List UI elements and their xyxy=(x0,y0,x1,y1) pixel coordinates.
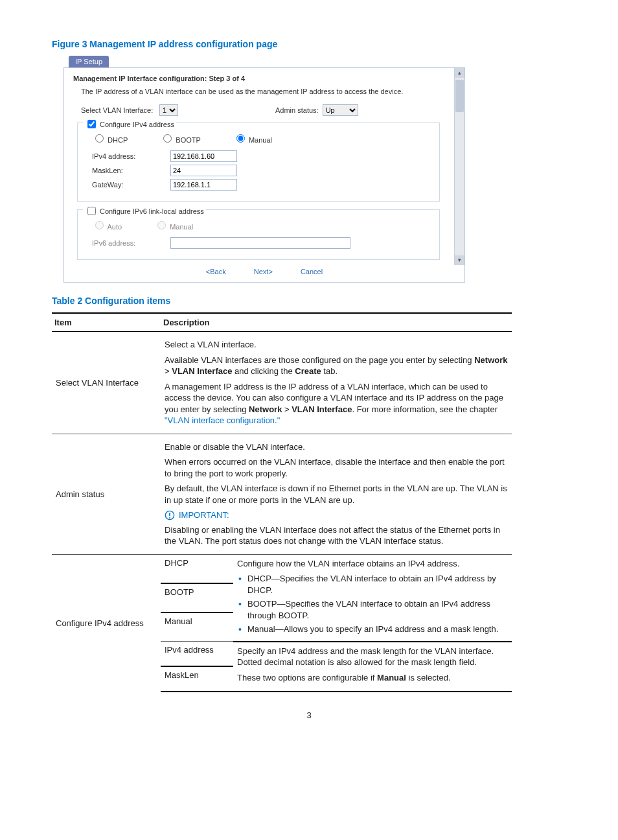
desc-select-vlan: Select a VLAN interface. Available VLAN … xyxy=(161,332,512,434)
cancel-button[interactable]: Cancel xyxy=(301,268,323,275)
ipv6-fieldset: Configure IPv6 link-local address Auto M… xyxy=(77,209,440,260)
select-vlan-interface[interactable]: 1 xyxy=(159,104,178,116)
ipv4-masklen-desc: Specify an IPv4 address and the mask len… xyxy=(233,642,512,692)
config-items-table: Item Description Select VLAN Interface S… xyxy=(52,312,512,692)
important-callout: IMPORTANT: xyxy=(165,510,508,520)
ipv6-manual-radio[interactable] xyxy=(157,221,166,229)
mode-manual: Manual xyxy=(161,612,233,642)
ipv4-enable-checkbox[interactable] xyxy=(87,120,96,128)
important-icon xyxy=(165,510,175,520)
desc-text: Select a VLAN interface. xyxy=(165,339,508,351)
ipv6-legend: Configure IPv6 link-local address xyxy=(100,207,204,215)
ipv4-fieldset: Configure IPv4 address DHCP BOOTP Manual… xyxy=(77,122,440,202)
mode-bootp: BOOTP xyxy=(161,583,233,613)
ipv6-auto-radio[interactable] xyxy=(95,221,104,229)
desc-text: By default, the VLAN interface is down i… xyxy=(165,483,508,506)
ipv6-address-input[interactable] xyxy=(170,237,350,249)
desc-text: When errors occurred on the VLAN interfa… xyxy=(165,456,508,479)
admin-status-label: Admin status: xyxy=(275,106,319,114)
desc-text: Configure how the VLAN interface obtains… xyxy=(237,558,508,570)
important-label: IMPORTANT: xyxy=(179,510,229,520)
svg-point-2 xyxy=(169,517,170,519)
mode-ipv4-address: IPv4 address xyxy=(161,642,233,666)
masklen-input[interactable] xyxy=(170,165,237,176)
ipv4-legend: Configure IPv4 address xyxy=(100,121,174,128)
list-item: BOOTP—Specifies the VLAN interface to ob… xyxy=(247,598,508,621)
ipv4-dhcp-radio[interactable] xyxy=(95,134,104,143)
ipv6-auto-label: Auto xyxy=(107,223,122,231)
list-item: Manual—Allows you to specify an IPv4 add… xyxy=(247,624,508,635)
vlan-config-link[interactable]: "VLAN interface configuration." xyxy=(165,415,280,425)
ipv4-manual-radio[interactable] xyxy=(236,134,245,143)
ipv4-bootp-radio[interactable] xyxy=(163,134,172,143)
desc-text: A management IP address is the IP addres… xyxy=(165,381,508,426)
tab-ip-setup[interactable]: IP Setup xyxy=(69,56,109,67)
table-caption: Table 2 Configuration items xyxy=(52,296,566,306)
ipv4-manual-label: Manual xyxy=(249,136,272,144)
scrollbar[interactable]: ▴ ▾ xyxy=(454,68,464,265)
ipv4-dhcp-label: DHCP xyxy=(108,136,128,144)
mode-desc: Configure how the VLAN interface obtains… xyxy=(233,555,512,642)
wizard-buttons: <Back Next> Cancel xyxy=(73,268,455,275)
ipv6-manual-label: Manual xyxy=(170,223,193,231)
figure-caption: Figure 3 Management IP address configura… xyxy=(52,39,566,49)
list-item: DHCP—Specifies the VLAN interface to obt… xyxy=(247,573,508,596)
panel-title: Management IP Interface configuration: S… xyxy=(73,75,444,82)
th-item: Item xyxy=(52,313,161,332)
ipv6-address-label: IPv6 address: xyxy=(92,239,166,247)
ipv4-address-input[interactable] xyxy=(170,150,237,162)
desc-configure-ipv4: DHCP Configure how the VLAN interface ob… xyxy=(161,554,512,692)
back-button[interactable]: <Back xyxy=(206,268,226,275)
item-admin-status: Admin status xyxy=(52,434,161,554)
scroll-thumb[interactable] xyxy=(455,80,464,112)
ipv4-bootp-label: BOOTP xyxy=(176,136,201,144)
admin-status-select[interactable]: Up xyxy=(323,104,358,116)
scroll-up-icon[interactable]: ▴ xyxy=(455,68,464,78)
ipv4-address-label: IPv4 address: xyxy=(92,152,166,160)
desc-admin-status: Enable or disable the VLAN interface. Wh… xyxy=(161,434,512,554)
item-select-vlan: Select VLAN Interface xyxy=(52,332,161,434)
gateway-label: GateWay: xyxy=(92,181,166,189)
item-configure-ipv4: Configure IPv4 address xyxy=(52,554,161,692)
page-number: 3 xyxy=(52,710,566,720)
desc-text: Disabling or enabling the VLAN interface… xyxy=(165,524,508,547)
gateway-input[interactable] xyxy=(170,179,237,191)
panel-desc: The IP address of a VLAN interface can b… xyxy=(81,88,444,95)
ipv6-enable-checkbox[interactable] xyxy=(87,207,96,215)
th-description: Description xyxy=(161,313,512,332)
mode-dhcp: DHCP xyxy=(161,555,233,583)
desc-text: These two options are configurable if Ma… xyxy=(237,672,508,684)
select-vlan-label: Select VLAN Interface: xyxy=(81,106,155,114)
scroll-down-icon[interactable]: ▾ xyxy=(455,255,464,265)
config-panel: ▴ ▾ Management IP Interface configuratio… xyxy=(63,67,465,283)
mode-masklen: MaskLen xyxy=(161,666,233,692)
desc-text: Specify an IPv4 address and the mask len… xyxy=(237,646,508,668)
desc-text: Enable or disable the VLAN interface. xyxy=(165,441,508,453)
masklen-label: MaskLen: xyxy=(92,167,166,174)
screenshot: IP Setup ▴ ▾ Management IP Interface con… xyxy=(63,56,465,283)
next-button[interactable]: Next> xyxy=(254,268,273,275)
desc-text: Available VLAN interfaces are those conf… xyxy=(165,355,508,377)
